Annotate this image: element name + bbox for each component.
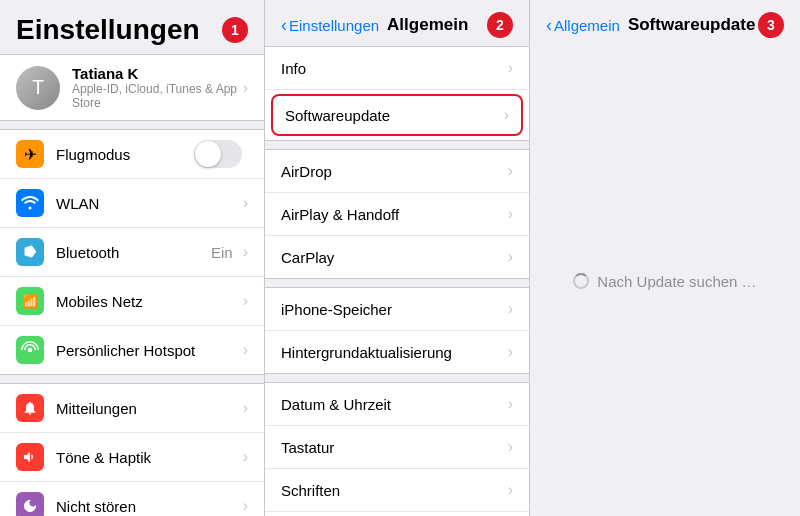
toene-chevron: › xyxy=(243,448,248,466)
mitteilungen-label: Mitteilungen xyxy=(56,400,239,417)
settings-item-nicht-stoeren[interactable]: Nicht stören › xyxy=(0,482,264,516)
allgemein-list: Info › Softwareupdate › AirDrop › AirPla… xyxy=(265,46,529,516)
list-item-hintergrundaktualisierung[interactable]: Hintergrundaktualisierung › xyxy=(265,331,529,373)
airdrop-chevron: › xyxy=(508,162,513,180)
mobiles-netz-label: Mobiles Netz xyxy=(56,293,239,310)
wlan-icon xyxy=(16,189,44,217)
settings-item-toene[interactable]: Töne & Haptik › xyxy=(0,433,264,482)
schriften-label: Schriften xyxy=(281,482,504,499)
list-item-tastatur[interactable]: Tastatur › xyxy=(265,426,529,469)
mitteilungen-icon xyxy=(16,394,44,422)
col3-header: ‹ Allgemein Softwareupdate 3 xyxy=(530,0,800,46)
col3-title: Softwareupdate xyxy=(628,15,756,35)
back-chevron-icon-3: ‹ xyxy=(546,15,552,36)
profile-row[interactable]: T Tatiana K Apple-ID, iCloud, iTunes & A… xyxy=(0,54,264,121)
col1-header: Einstellungen 1 xyxy=(0,0,264,54)
tastatur-label: Tastatur xyxy=(281,439,504,456)
hotspot-icon xyxy=(16,336,44,364)
schriften-chevron: › xyxy=(508,481,513,499)
col3-back-label: Allgemein xyxy=(554,17,620,34)
settings-group-2: Mitteilungen › Töne & Haptik › Nicht stö… xyxy=(0,383,264,516)
svg-point-0 xyxy=(28,348,33,353)
loading-spinner xyxy=(573,273,589,289)
settings-item-mobiles-netz[interactable]: 📶 Mobiles Netz › xyxy=(0,277,264,326)
flugmodus-toggle[interactable] xyxy=(194,140,242,168)
avatar: T xyxy=(16,66,60,110)
wlan-label: WLAN xyxy=(56,195,239,212)
softwareupdate-content: Nach Update suchen … xyxy=(530,46,800,516)
settings-item-mitteilungen[interactable]: Mitteilungen › xyxy=(0,384,264,433)
iphone-speicher-label: iPhone-Speicher xyxy=(281,301,504,318)
allgemein-back-button[interactable]: ‹ Einstellungen xyxy=(281,15,379,36)
searching-indicator: Nach Update suchen … xyxy=(573,273,756,290)
airplay-handoff-label: AirPlay & Handoff xyxy=(281,206,504,223)
col2-header: ‹ Einstellungen Allgemein 2 xyxy=(265,0,529,46)
profile-chevron: › xyxy=(243,79,248,97)
profile-name: Tatiana K xyxy=(72,65,239,82)
list-item-airdrop[interactable]: AirDrop › xyxy=(265,150,529,193)
bluetooth-chevron: › xyxy=(243,243,248,261)
mobiles-netz-icon: 📶 xyxy=(16,287,44,315)
settings-item-bluetooth[interactable]: ⭓ Bluetooth Ein › xyxy=(0,228,264,277)
profile-sub: Apple-ID, iCloud, iTunes & App Store xyxy=(72,82,239,110)
list-item-datum-uhrzeit[interactable]: Datum & Uhrzeit › xyxy=(265,383,529,426)
profile-info: Tatiana K Apple-ID, iCloud, iTunes & App… xyxy=(72,65,239,110)
badge-3: 3 xyxy=(758,12,784,38)
info-label: Info xyxy=(281,60,504,77)
allgemein-column: ‹ Einstellungen Allgemein 2 Info › Softw… xyxy=(265,0,530,516)
toggle-knob xyxy=(195,141,221,167)
settings-column: Einstellungen 1 T Tatiana K Apple-ID, iC… xyxy=(0,0,265,516)
col2-header-left: ‹ Einstellungen Allgemein xyxy=(281,15,468,36)
list-item-schriften[interactable]: Schriften › xyxy=(265,469,529,512)
softwareupdate-chevron: › xyxy=(504,106,509,124)
hintergrundaktualisierung-chevron: › xyxy=(508,343,513,361)
badge-1: 1 xyxy=(222,17,248,43)
back-label: Einstellungen xyxy=(289,17,379,34)
badge-2: 2 xyxy=(487,12,513,38)
iphone-speicher-chevron: › xyxy=(508,300,513,318)
settings-group-1: ✈ Flugmodus WLAN › ⭓ Bluetooth Ein › 📶 M… xyxy=(0,129,264,375)
softwareupdate-label: Softwareupdate xyxy=(285,107,500,124)
hotspot-chevron: › xyxy=(243,341,248,359)
list-item-airplay-handoff[interactable]: AirPlay & Handoff › xyxy=(265,193,529,236)
tastatur-chevron: › xyxy=(508,438,513,456)
datum-uhrzeit-chevron: › xyxy=(508,395,513,413)
bluetooth-label: Bluetooth xyxy=(56,244,211,261)
col2-title: Allgemein xyxy=(387,15,468,35)
settings-item-hotspot[interactable]: Persönlicher Hotspot › xyxy=(0,326,264,374)
airdrop-label: AirDrop xyxy=(281,163,504,180)
allgemein-group-3: iPhone-Speicher › Hintergrundaktualisier… xyxy=(265,287,529,374)
datum-uhrzeit-label: Datum & Uhrzeit xyxy=(281,396,504,413)
info-chevron: › xyxy=(508,59,513,77)
carplay-chevron: › xyxy=(508,248,513,266)
bluetooth-value: Ein xyxy=(211,244,233,261)
allgemein-group-1: Info › Softwareupdate › xyxy=(265,46,529,141)
col3-header-left: ‹ Allgemein Softwareupdate xyxy=(546,15,755,36)
settings-item-flugmodus[interactable]: ✈ Flugmodus xyxy=(0,130,264,179)
nicht-stoeren-label: Nicht stören xyxy=(56,498,239,515)
back-chevron-icon: ‹ xyxy=(281,15,287,36)
list-item-softwareupdate[interactable]: Softwareupdate › xyxy=(271,94,523,136)
softwareupdate-column: ‹ Allgemein Softwareupdate 3 Nach Update… xyxy=(530,0,800,516)
toene-label: Töne & Haptik xyxy=(56,449,239,466)
airplay-handoff-chevron: › xyxy=(508,205,513,223)
avatar-initials: T xyxy=(32,76,44,99)
carplay-label: CarPlay xyxy=(281,249,504,266)
mitteilungen-chevron: › xyxy=(243,399,248,417)
allgemein-group-4: Datum & Uhrzeit › Tastatur › Schriften ›… xyxy=(265,382,529,516)
hotspot-label: Persönlicher Hotspot xyxy=(56,342,239,359)
mobiles-netz-chevron: › xyxy=(243,292,248,310)
list-item-sprache-region[interactable]: Sprache & Region › xyxy=(265,512,529,516)
allgemein-group-2: AirDrop › AirPlay & Handoff › CarPlay › xyxy=(265,149,529,279)
list-item-iphone-speicher[interactable]: iPhone-Speicher › xyxy=(265,288,529,331)
bluetooth-icon: ⭓ xyxy=(16,238,44,266)
settings-item-wlan[interactable]: WLAN › xyxy=(0,179,264,228)
flugmodus-label: Flugmodus xyxy=(56,146,194,163)
hintergrundaktualisierung-label: Hintergrundaktualisierung xyxy=(281,344,504,361)
softwareupdate-back-button[interactable]: ‹ Allgemein xyxy=(546,15,620,36)
searching-label: Nach Update suchen … xyxy=(597,273,756,290)
list-item-info[interactable]: Info › xyxy=(265,47,529,90)
wlan-chevron: › xyxy=(243,194,248,212)
nicht-stoeren-chevron: › xyxy=(243,497,248,515)
list-item-carplay[interactable]: CarPlay › xyxy=(265,236,529,278)
